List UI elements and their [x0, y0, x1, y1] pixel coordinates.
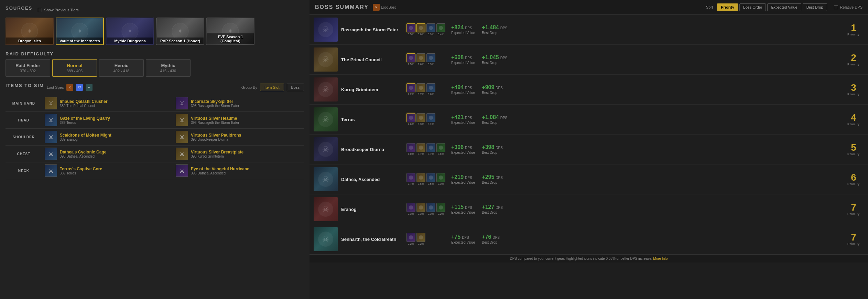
item-cell[interactable]: ⚔ Gaze of the Living Quarry 389 Terros — [42, 112, 173, 129]
svg-point-52 — [419, 235, 423, 239]
item-cell[interactable]: ⚔ Incarnate Sky-Splitter 398 Raszageth t… — [173, 95, 304, 112]
sort-btn-best-drop[interactable]: Best Drop — [803, 3, 827, 11]
boss-stats-pair-3: +421 DPS Expected Value +1,084 DPS Best … — [451, 114, 840, 125]
boss-item-icon — [426, 143, 435, 152]
source-card-dragon-isles[interactable]: ✦ Dragon Isles — [6, 18, 54, 45]
items-table-row: CHEST ⚔ Dathea's Cyclonic Cage 395 Dathe… — [6, 146, 304, 162]
boss-icons-row-2: 2.2% 0.7% 0.6% — [406, 83, 448, 96]
priority-number: 1 — [843, 23, 864, 33]
source-card-pvp-honor[interactable]: ✦ PVP Season 1 (Honor) — [156, 18, 204, 45]
boss-icon-group-3: 0.4% — [436, 23, 445, 36]
priority-number: 2 — [843, 53, 864, 63]
source-card-mythic-dungeons[interactable]: ✦ Mythic Dungeons — [106, 18, 154, 45]
boss-row[interactable]: ☠ Dathea, Ascended 0.7% 0.6% 0.5% — [310, 164, 868, 194]
items-title-row: ITEMS TO SIM Loot Spec ⚔ 🛡 ✦ — [6, 83, 93, 92]
sort-btn-expected-value[interactable]: Expected Value — [767, 3, 801, 11]
item-cell[interactable]: ⚔ Eye of the Vengeful Hurricane 395 Dath… — [173, 162, 304, 179]
relative-dps-toggle[interactable]: Relative DPS — [834, 5, 862, 9]
svg-point-35 — [429, 146, 433, 150]
boss-icon-pct: 0.3% — [408, 212, 414, 215]
priority-label: Priority — [843, 63, 864, 66]
relative-dps-checkbox[interactable] — [834, 5, 838, 9]
boss-row[interactable]: ☠ Sennarth, the Cold Breath 0.2% 0.2% +7… — [310, 224, 868, 254]
spec-icon-1[interactable]: ⚔ — [66, 84, 73, 91]
spec-icon-2[interactable]: 🛡 — [76, 84, 83, 91]
item-entry: ⚔ Dathea's Cyclonic Cage 395 Dathea, Asc… — [45, 148, 170, 160]
item-cell[interactable]: ⚔ Virtuous Silver Breastplate 398 Kurog … — [173, 146, 304, 162]
boss-portrait-4: ☠ — [314, 137, 338, 161]
item-sub: 389 The Primal Council — [60, 104, 108, 108]
source-card-label-mythic-dungeons: Mythic Dungeons — [107, 38, 153, 44]
sort-btn-priority[interactable]: Priority — [717, 3, 738, 11]
best-drop-sublabel: Best Drop — [482, 241, 500, 244]
svg-text:☠: ☠ — [322, 115, 329, 124]
boss-row[interactable]: ☠ Terros 2.6% 0.3% 0.1% — [310, 105, 868, 135]
item-sub: 398 Raszageth the Storm-Eater — [191, 121, 239, 125]
diff-range: 415 - 430 — [150, 69, 187, 73]
group-by-item-slot-button[interactable]: Item Slot — [260, 84, 284, 91]
diff-card-heroic[interactable]: Heroic 402 - 418 — [99, 59, 144, 77]
boss-icon-group-2: 0.9% — [426, 23, 435, 36]
item-icon: ⚔ — [176, 131, 188, 143]
item-sub: 398 Raszageth the Storm-Eater — [191, 104, 239, 108]
item-cell[interactable]: ⚔ Virtuous Silver Pauldrons 398 Broodkee… — [173, 129, 304, 146]
boss-icon-pct: 0.1% — [428, 122, 434, 126]
item-icon: ⚔ — [176, 148, 188, 160]
item-name: Scaldrons of Molten Might — [60, 133, 111, 138]
diff-card-normal[interactable]: Normal 389 - 405 — [52, 59, 97, 77]
best-drop-dps-label: DPS — [496, 86, 503, 90]
item-info: Virtuous Silver Heaume 398 Raszageth the… — [191, 116, 239, 125]
boss-priority-1: 2 Priority — [843, 53, 864, 66]
boss-row[interactable]: ☠ Kurog Grimtotem 2.2% 0.7% 0.6% — [310, 75, 868, 105]
boss-name-2: Kurog Grimtotem — [341, 87, 403, 92]
boss-item-icon — [416, 203, 425, 212]
boss-name-5: Dathea, Ascended — [341, 177, 403, 182]
svg-text:☠: ☠ — [322, 235, 329, 243]
item-cell[interactable]: ⚔ Scaldrons of Molten Might 389 Eranog — [42, 129, 173, 146]
boss-portrait-art: ☠ — [317, 231, 334, 248]
source-card-pvp-conquest[interactable]: ✦ PVP Season 1 (Conquest) — [206, 18, 254, 45]
spec-icon-3[interactable]: ✦ — [86, 84, 93, 91]
expected-dps-sublabel: Expected Value — [451, 211, 475, 214]
boss-icon-pct: 0.2% — [438, 212, 444, 215]
source-cards-row: ✦ Dragon Isles ✦ Vault of the Incarnates… — [6, 18, 304, 45]
diff-card-mythic[interactable]: Mythic 415 - 430 — [146, 59, 191, 77]
expected-dps-label: DPS — [465, 116, 472, 120]
boss-item-icon — [436, 173, 445, 182]
svg-point-13 — [419, 26, 423, 30]
boss-row[interactable]: ☠ Eranog 0.3% 0.3% 0.3% — [310, 194, 868, 224]
boss-item-icon — [416, 143, 425, 152]
sort-btn-boss-order[interactable]: Boss Order — [739, 3, 766, 11]
group-by-boss-button[interactable]: Boss — [287, 84, 304, 91]
boss-icon-group-0: 2.6% — [406, 113, 415, 126]
boss-icon-pct: 0.2% — [418, 242, 424, 245]
item-name: Virtuous Silver Breastplate — [191, 150, 243, 154]
boss-row[interactable]: ☠ Raszageth the Storm-Eater 3.5% 3.0% 0.… — [310, 15, 868, 45]
boss-footer-note: DPS compared to your current gear. Highl… — [310, 254, 868, 263]
svg-point-41 — [429, 175, 433, 180]
best-drop-value: +398 — [482, 144, 494, 150]
show-prev-tiers-checkbox[interactable] — [38, 8, 42, 12]
item-sub: 395 Dathea, Ascended — [191, 171, 249, 175]
source-card-vault[interactable]: ✦ Vault of the Incarnates — [56, 18, 104, 45]
svg-point-18 — [409, 56, 413, 60]
boss-icon-pct: 0.3% — [418, 122, 424, 126]
svg-point-30 — [429, 116, 433, 120]
item-info: Virtuous Silver Breastplate 398 Kurog Gr… — [191, 150, 243, 158]
boss-icon-pct: 0.7% — [408, 182, 414, 185]
loot-spec-label: Loot Spec — [47, 85, 64, 89]
item-cell[interactable]: ⚔ Dathea's Cyclonic Cage 395 Dathea, Asc… — [42, 146, 173, 162]
svg-point-45 — [409, 205, 413, 210]
boss-row[interactable]: ☠ Broodkeeper Diurna 1.0% 0.7% 0.7% — [310, 135, 868, 164]
item-cell[interactable]: ⚔ Virtuous Silver Heaume 398 Raszageth t… — [173, 112, 304, 129]
boss-icon-group-1: 1.6% — [416, 53, 425, 66]
boss-row[interactable]: ☠ The Primal Council 2.5% 1.6% 0.3% — [310, 45, 868, 75]
show-prev-tiers-toggle[interactable]: Show Previous Tiers — [38, 8, 78, 12]
diff-card-raid-finder[interactable]: Raid Finder 376 - 392 — [6, 59, 50, 77]
item-cell[interactable]: ⚔ Terros's Captive Core 389 Terros — [42, 162, 173, 179]
item-name: Gaze of the Living Quarry — [60, 116, 110, 121]
items-to-sim-title: ITEMS TO SIM — [6, 83, 44, 88]
item-cell[interactable]: ⚔ Imbued Qalashi Crusher 389 The Primal … — [42, 95, 173, 112]
priority-number: 3 — [843, 83, 864, 93]
more-info-link[interactable]: More Info — [653, 257, 668, 260]
